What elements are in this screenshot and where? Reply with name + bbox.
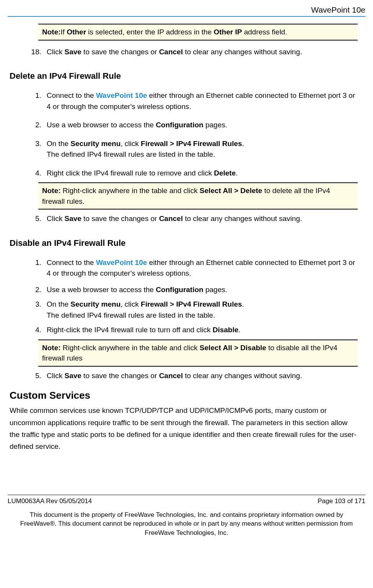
heading-delete-ipv4: Delete an IPv4 Firewall Rule: [10, 71, 365, 81]
delete-step-3: 3. On the Security menu, click Firewall …: [23, 138, 358, 160]
delete-step-2: 2. Use a web browser to access the Confi…: [23, 120, 358, 131]
footer-divider: [8, 495, 365, 495]
disable-step-2: 2. Use a web browser to access the Confi…: [23, 284, 358, 296]
step-18: 18. Click Save to save the changes or Ca…: [23, 47, 358, 58]
disable-step-4: 4. Right-click the IPv4 firewall rule to…: [23, 325, 358, 336]
footer-legal: This document is the property of FreeWav…: [11, 510, 362, 538]
note-other-ip: Note:If Other is selected, enter the IP …: [38, 24, 358, 41]
disable-step-3: 3. On the Security menu, click Firewall …: [23, 299, 358, 321]
note-label: Note:: [42, 28, 61, 36]
link-wavepoint[interactable]: WavePoint 10e: [96, 91, 147, 99]
disable-step-5: 5. Click Save to save the changes or Can…: [23, 370, 358, 382]
heading-disable-ipv4: Disable an IPv4 Firewall Rule: [10, 238, 365, 248]
step-num: 18.: [23, 47, 47, 58]
header-divider: [8, 16, 365, 17]
heading-custom-services: Custom Services: [10, 390, 365, 401]
delete-step-4: 4. Right click the IPv4 firewall rule to…: [23, 168, 358, 179]
note-delete-all: Note: Right-click anywhere in the table …: [38, 182, 358, 210]
footer-page: Page 103 of 171: [318, 497, 365, 505]
note-disable-all: Note: Right-click anywhere in the table …: [38, 339, 358, 367]
disable-step-1: 1. Connect to the WavePoint 10e either t…: [23, 257, 358, 279]
delete-step-5: 5. Click Save to save the changes or Can…: [23, 213, 358, 224]
header-product-name: WavePoint 10e: [8, 5, 365, 15]
delete-step-1: 1. Connect to the WavePoint 10e either t…: [23, 90, 358, 112]
custom-services-paragraph: While common services use known TCP/UDP/…: [10, 404, 358, 452]
footer-docnum: LUM0063AA Rev 05/05/2014: [8, 497, 92, 505]
link-wavepoint[interactable]: WavePoint 10e: [96, 258, 147, 266]
